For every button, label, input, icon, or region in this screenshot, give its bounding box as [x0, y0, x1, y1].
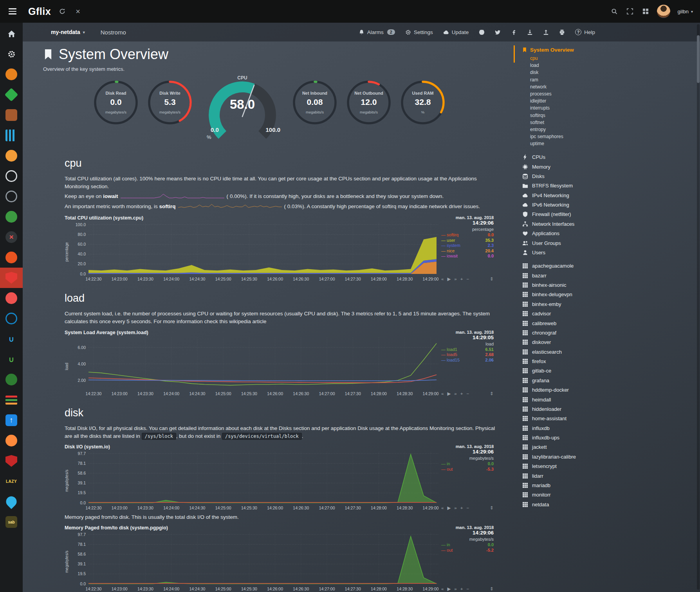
- sidebar-app-green-u[interactable]: ∪: [0, 349, 23, 369]
- nav-sub-cpu[interactable]: cpu: [522, 55, 700, 62]
- nav-container-cadvisor[interactable]: cadvisor: [522, 309, 700, 318]
- pan-forward-icon[interactable]: »: [454, 587, 456, 591]
- zoom-in-icon[interactable]: +: [460, 277, 463, 281]
- nav-container-chronograf[interactable]: chronograf: [522, 328, 700, 337]
- export-icon[interactable]: [543, 29, 549, 35]
- resize-handle-icon[interactable]: ⇕: [490, 586, 494, 592]
- sidebar-app-blue-drop[interactable]: [0, 491, 23, 512]
- chart-plot[interactable]: 14:22:3014:23:0014:23:3014:24:0014:24:30…: [70, 221, 439, 282]
- pan-forward-icon[interactable]: »: [454, 506, 456, 510]
- sidebar-app-dark-ring[interactable]: [0, 186, 23, 207]
- nav-container-gitlab-ce[interactable]: gitlab-ce: [522, 366, 700, 376]
- legend-item-iowait[interactable]: — iowait0.0: [441, 254, 494, 259]
- nav-section-firewall-netfilter-[interactable]: Firewall (netfilter): [522, 210, 700, 219]
- resize-handle-icon[interactable]: ⇕: [490, 276, 494, 282]
- play-icon[interactable]: ▶: [447, 505, 451, 511]
- nav-sub-softirqs[interactable]: softirqs: [522, 112, 700, 119]
- nav-sub-ram[interactable]: ram: [522, 76, 700, 83]
- pan-backward-icon[interactable]: «: [441, 587, 444, 591]
- nav-section-users[interactable]: Users: [522, 248, 700, 257]
- nav-sub-processes[interactable]: processes: [522, 90, 700, 97]
- legend-item-user[interactable]: — user35.3: [441, 238, 494, 243]
- sidebar-app-green-disc[interactable]: [0, 207, 23, 227]
- sidebar-app-stripes[interactable]: [0, 390, 23, 410]
- legend-item-load15[interactable]: — load152.06: [441, 358, 494, 363]
- sidebar-home[interactable]: [0, 23, 23, 44]
- nav-container-letsencrypt[interactable]: letsencrypt: [522, 461, 700, 471]
- nav-container-apacheguacamole[interactable]: apacheguacamole: [522, 261, 700, 271]
- nav-section-btrfs-filesystem[interactable]: BTRFS filesystem: [522, 181, 700, 191]
- gauge-disk-write[interactable]: Disk Write5.3megabytes/s: [147, 80, 193, 139]
- nav-container-firefox[interactable]: firefox: [522, 356, 700, 366]
- sidebar-app-blue-square[interactable]: ↑: [0, 410, 23, 430]
- chart-system-load[interactable]: System Load Average (system.load) load 1…: [65, 330, 494, 397]
- close-icon[interactable]: ×: [74, 7, 82, 16]
- nav-section-memory[interactable]: Memory: [522, 162, 700, 171]
- facebook-icon[interactable]: [511, 29, 517, 35]
- nav-container-binhex-emby[interactable]: binhex-emby: [522, 299, 700, 309]
- server-dropdown[interactable]: my-netdata ▾: [51, 29, 85, 35]
- nav-sub-ipc-semaphores[interactable]: ipc semaphores: [522, 133, 700, 140]
- nav-sub-entropy[interactable]: entropy: [522, 126, 700, 133]
- sidebar-app-blue-u[interactable]: ∪: [0, 329, 23, 349]
- nav-container-bazarr[interactable]: bazarr: [522, 271, 700, 280]
- nav-container-binhex-delugevpn[interactable]: binhex-delugevpn: [522, 290, 700, 299]
- nav-section-user-groups[interactable]: User Groups: [522, 238, 700, 248]
- pan-backward-icon[interactable]: «: [441, 277, 444, 281]
- nav-sub-idlejitter[interactable]: idlejitter: [522, 97, 700, 104]
- gauge-net-inbound[interactable]: Net Inbound0.08megabits/s: [292, 80, 337, 139]
- sidebar-app-blue-bars[interactable]: [0, 125, 23, 146]
- nav-container-lidarr[interactable]: lidarr: [522, 471, 700, 480]
- nav-sub-load[interactable]: load: [522, 62, 700, 69]
- zoom-out-icon[interactable]: −: [466, 277, 469, 281]
- nav-container-hddtemp-docker[interactable]: hddtemp-docker: [522, 385, 700, 394]
- pan-backward-icon[interactable]: «: [441, 506, 444, 510]
- play-icon[interactable]: ▶: [447, 586, 451, 592]
- nav-container-jackett[interactable]: jackett: [522, 443, 700, 452]
- avatar[interactable]: [657, 5, 670, 18]
- menu-icon[interactable]: [7, 7, 18, 16]
- nav-section-ipv6-networking[interactable]: IPv6 Networking: [522, 200, 700, 209]
- nav-container-monitorr[interactable]: monitorr: [522, 490, 700, 500]
- sidebar-app-blue-ring[interactable]: [0, 308, 23, 329]
- nav-container-netdata[interactable]: netdata: [522, 500, 700, 509]
- zoom-in-icon[interactable]: +: [460, 391, 463, 396]
- play-icon[interactable]: ▶: [447, 276, 451, 282]
- apps-grid-icon[interactable]: [641, 7, 650, 16]
- nav-section-cpus[interactable]: CPUs: [522, 152, 700, 162]
- chart-plot[interactable]: 14:22:3014:23:0014:23:3014:24:0014:24:30…: [70, 450, 439, 511]
- legend-item-in[interactable]: — in0.0: [441, 461, 494, 467]
- nav-section-disks[interactable]: Disks: [522, 171, 700, 181]
- twitter-icon[interactable]: [495, 29, 501, 35]
- resize-handle-icon[interactable]: ⇕: [490, 505, 494, 511]
- nav-container-influxdb[interactable]: influxdb: [522, 423, 700, 433]
- nav-sub-interrupts[interactable]: interrupts: [522, 104, 700, 112]
- nav-section-ipv4-networking[interactable]: IPv4 Networking: [522, 191, 700, 200]
- pan-forward-icon[interactable]: »: [454, 277, 456, 281]
- legend-item-system[interactable]: — system2.3: [441, 243, 494, 248]
- scrollbar-thumb[interactable]: [697, 35, 700, 83]
- nav-sub-network[interactable]: network: [522, 83, 700, 90]
- user-menu[interactable]: gilbn ▾: [677, 9, 693, 14]
- sidebar-app-orange-search[interactable]: [0, 146, 23, 166]
- settings-button[interactable]: Settings: [405, 29, 433, 35]
- refresh-icon[interactable]: [58, 7, 67, 16]
- nav-container-home-assistant[interactable]: home-assistant: [522, 414, 700, 423]
- nav-section-applications[interactable]: Applications: [522, 229, 700, 238]
- chart-plot[interactable]: 14:22:3014:23:0014:23:3014:24:0014:24:30…: [70, 336, 439, 397]
- nav-container-diskover[interactable]: diskover: [522, 338, 700, 347]
- sidebar-app-deepgreen-disc[interactable]: [0, 369, 23, 390]
- gauge-disk-read[interactable]: Disk Read0.0megabytes/s: [93, 80, 139, 139]
- update-button[interactable]: Update: [443, 29, 469, 35]
- nav-container-hiddenloader[interactable]: hiddenloader: [522, 404, 700, 414]
- gauge-used-ram[interactable]: Used RAM32.8%: [400, 80, 446, 139]
- chart-system-pgpgio[interactable]: Memory Paged from/to disk (system.pgpgio…: [65, 525, 494, 592]
- zoom-in-icon[interactable]: +: [460, 506, 463, 510]
- window-scrollbar[interactable]: [697, 24, 700, 590]
- sidebar-app-red-cross[interactable]: ×: [0, 227, 23, 247]
- help-button[interactable]: ? Help: [575, 29, 595, 35]
- sidebar-app-red-shield[interactable]: [0, 268, 23, 288]
- pan-forward-icon[interactable]: »: [454, 391, 456, 396]
- nav-container-elasticsearch[interactable]: elasticsearch: [522, 347, 700, 356]
- sidebar-app-green-diamond[interactable]: [0, 85, 23, 105]
